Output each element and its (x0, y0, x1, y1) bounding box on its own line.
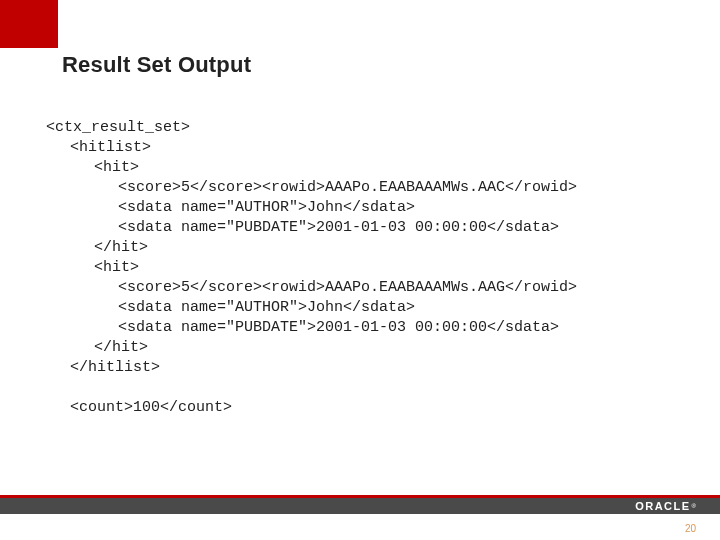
code-line: <ctx_result_set> (46, 119, 190, 136)
page-number: 20 (685, 523, 696, 534)
code-line: <score>5</score><rowid>AAAPo.EAABAAAMWs.… (118, 179, 577, 196)
oracle-logo-text: ORACLE (635, 500, 690, 512)
footer-bar (0, 498, 720, 514)
code-line: <hit> (94, 259, 139, 276)
code-line: <sdata name="PUBDATE">2001-01-03 00:00:0… (118, 219, 559, 236)
registered-icon: ® (692, 503, 696, 509)
code-line: </hit> (94, 239, 148, 256)
code-line: <hitlist> (70, 139, 151, 156)
page-title: Result Set Output (62, 52, 251, 78)
oracle-logo: ORACLE® (635, 500, 696, 512)
code-line: <hit> (94, 159, 139, 176)
code-block: <ctx_result_set> <hitlist> <hit> <score>… (46, 98, 577, 438)
code-line: </hit> (94, 339, 148, 356)
code-line: </hitlist> (70, 359, 160, 376)
corner-accent (0, 0, 58, 48)
code-line: <sdata name="AUTHOR">John</sdata> (118, 199, 415, 216)
slide: Result Set Output <ctx_result_set> <hitl… (0, 0, 720, 540)
code-line: <sdata name="AUTHOR">John</sdata> (118, 299, 415, 316)
code-line: <count>100</count> (70, 399, 232, 416)
code-line: <sdata name="PUBDATE">2001-01-03 00:00:0… (118, 319, 559, 336)
code-line: <score>5</score><rowid>AAAPo.EAABAAAMWs.… (118, 279, 577, 296)
